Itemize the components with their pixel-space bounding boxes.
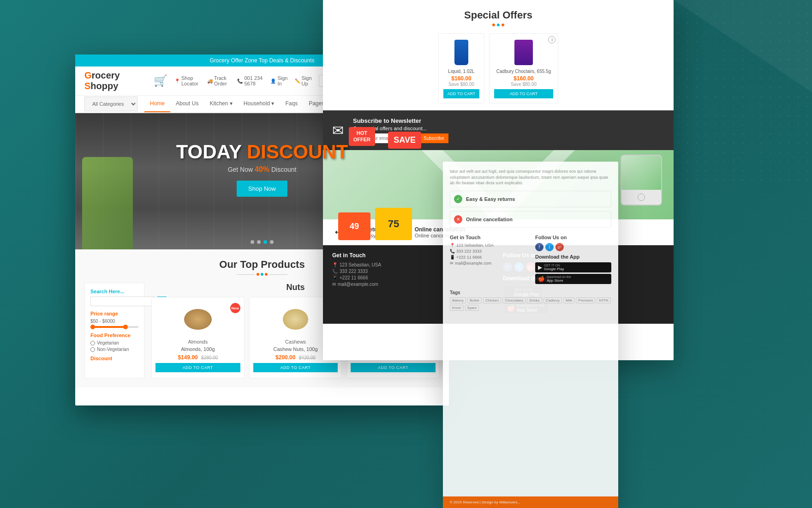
nav-about[interactable]: About Us xyxy=(170,96,204,112)
hero-title-highlight: DISCOUNT xyxy=(247,141,348,163)
logo-g: G xyxy=(84,70,92,80)
third-download-app: Download the App xyxy=(535,254,611,260)
sidebar-search-label: Search Here... xyxy=(90,289,138,294)
tablet-home-button xyxy=(621,190,661,205)
address-icon: 📍 xyxy=(332,262,338,267)
cashew-add-to-cart[interactable]: ADD TO CART xyxy=(253,363,338,372)
nav-faqs[interactable]: Faqs xyxy=(280,96,303,112)
tags-title: Tags xyxy=(450,290,611,295)
almond-add-to-cart[interactable]: ADD TO CART xyxy=(155,363,240,372)
feature-returns-third: ✓ Easy & Easy returns xyxy=(450,191,611,207)
category-select[interactable]: All Categories xyxy=(84,97,137,111)
third-content: tatur aut velit aut aut fugit, sed quia … xyxy=(443,162,618,318)
tablet-screen xyxy=(621,156,661,190)
offers-dot-3 xyxy=(502,24,504,26)
liquid-price: $160.00 xyxy=(443,75,479,82)
pistachio-add-to-cart[interactable]: ADD TO CART xyxy=(351,363,436,372)
tag-knorr[interactable]: Knorr xyxy=(450,305,464,311)
third-app-store-badge[interactable]: 🍎 Download on the App Store xyxy=(535,274,611,284)
tag-ntfk[interactable]: NTFK xyxy=(597,297,611,303)
vegetarian-radio[interactable] xyxy=(90,341,95,345)
third-email-icon: ✉ xyxy=(450,261,454,266)
hero-title-static: TODAY xyxy=(176,141,247,163)
tag-drinks[interactable]: Drinks xyxy=(527,297,542,303)
vegetarian-option[interactable]: Vegetarian xyxy=(90,340,138,345)
hero-dot-2[interactable] xyxy=(257,240,261,244)
hero-title: TODAY DISCOUNT xyxy=(75,141,449,163)
food-pref-title: Food Preference xyxy=(90,333,138,338)
tag-premium[interactable]: Premium xyxy=(576,297,595,303)
shop-now-button[interactable]: Shop Now xyxy=(237,181,287,197)
divider-dot-3 xyxy=(265,273,268,276)
sign-up-link[interactable]: ✏️ Sign Up xyxy=(295,75,312,86)
third-app-store-text: Download on the App Store xyxy=(547,275,571,283)
cancel-check-icon: ✕ xyxy=(454,215,462,224)
track-order-link[interactable]: 🚚 Track Order xyxy=(207,75,231,86)
tag-butter[interactable]: Butter xyxy=(467,297,482,303)
cadbury-add-button[interactable]: ADD TO CART xyxy=(494,89,553,98)
hero-banner: 75 49 HOTOFFER SAVE TODAY DISCOUNT Get N… xyxy=(75,113,449,249)
slider-thumb-right[interactable] xyxy=(123,325,128,329)
tag-milk[interactable]: Milk xyxy=(563,297,574,303)
nav-household[interactable]: Household ▾ xyxy=(238,96,280,112)
third-footer: Get in Touch 📍 123 Sebastian, USA 📞 333 … xyxy=(450,235,611,285)
almond-badge: New xyxy=(230,303,240,313)
third-google-play-badge[interactable]: ▶ GET IT ON Google Play xyxy=(535,262,611,272)
tag-bakery[interactable]: Bakery xyxy=(450,297,466,303)
price-slider[interactable] xyxy=(90,326,138,328)
hero-dot-4[interactable] xyxy=(270,240,274,244)
user-icon: 👤 xyxy=(270,79,276,84)
cadbury-img-area xyxy=(494,38,553,66)
third-footer-contact: Get in Touch 📍 123 Sebastian, USA 📞 333 … xyxy=(450,235,526,285)
cadbury-save: Save $80.00 xyxy=(494,82,553,87)
third-phone2-icon: 📱 xyxy=(450,255,455,260)
divider-dot-1 xyxy=(257,273,259,276)
nav-home[interactable]: Home xyxy=(144,96,170,112)
phone1-icon: 📞 xyxy=(332,269,338,274)
hero-dot-1[interactable] xyxy=(251,240,254,244)
price-range-values: $50 - $6000 xyxy=(90,319,138,324)
tag-choco[interactable]: Chocolates xyxy=(502,297,525,303)
third-fb-icon[interactable]: f xyxy=(535,243,543,251)
tag-spam[interactable]: Spam xyxy=(465,305,479,311)
sidebar-search-input[interactable] xyxy=(90,296,155,306)
hero-content: TODAY DISCOUNT Get Now 40% Discount Shop… xyxy=(75,113,449,197)
liquid-add-button[interactable]: ADD TO CART xyxy=(443,89,479,98)
price-range-title: Price range xyxy=(90,311,138,316)
product-card-almond: New Almonds Almonds, 100g $149.00 $280.0… xyxy=(151,297,245,378)
third-email: ✉ mail@example.com xyxy=(450,261,526,266)
tag-cadbury[interactable]: Cadbury xyxy=(543,297,562,303)
liquid-image xyxy=(454,40,468,65)
phone-link[interactable]: 📞 001 234 5678 xyxy=(237,75,263,86)
hero-dot-3[interactable] xyxy=(263,240,267,244)
third-get-it-on: GET IT ON xyxy=(544,264,564,267)
discount-title: Discount xyxy=(90,356,138,361)
nav-kitchen[interactable]: Kitchen ▾ xyxy=(204,96,238,112)
almond-name: Almonds xyxy=(155,339,240,345)
third-phone1: 📞 333 222 3333 xyxy=(450,249,526,254)
hero-dots xyxy=(251,240,274,244)
third-address-icon: 📍 xyxy=(450,243,455,248)
special-offers-title: Special Offers xyxy=(332,9,664,21)
third-footer-bottom: © 2015 Reserved | Design by Willamoers..… xyxy=(443,496,618,508)
lorem-text: tatur aut velit aut aut fugit, sed quia … xyxy=(450,169,611,186)
hand-tablet-area xyxy=(614,155,669,219)
shop-locator-link[interactable]: 📍 Shop Locator xyxy=(174,75,200,86)
third-get-in-touch: Get in Touch xyxy=(450,235,526,240)
info-icon[interactable]: ℹ xyxy=(548,36,555,43)
non-vegetarian-option[interactable]: Non-Vegetarian xyxy=(90,347,138,352)
signup-icon: ✏️ xyxy=(295,79,300,84)
non-vegetarian-radio[interactable] xyxy=(90,347,95,352)
third-follow-us: Follow Us on xyxy=(535,235,611,240)
tag-chicken[interactable]: Chicken xyxy=(483,297,501,303)
cadbury-name: Cadbury Choclairs, 655.5g xyxy=(494,69,553,74)
logo-icon: 🛒 xyxy=(154,74,167,87)
divider-line-right xyxy=(269,274,287,275)
sign-in-link[interactable]: 👤 Sign In xyxy=(270,75,287,86)
offers-dot-1 xyxy=(492,24,495,26)
slider-thumb-left[interactable] xyxy=(90,325,95,329)
third-tw-icon[interactable]: t xyxy=(545,243,554,251)
third-phone2: 📱 +222 11 6666 xyxy=(450,255,526,260)
third-gp-icon[interactable]: g+ xyxy=(555,243,564,251)
logo[interactable]: Grocery Shoppy 🛒 xyxy=(84,70,167,91)
